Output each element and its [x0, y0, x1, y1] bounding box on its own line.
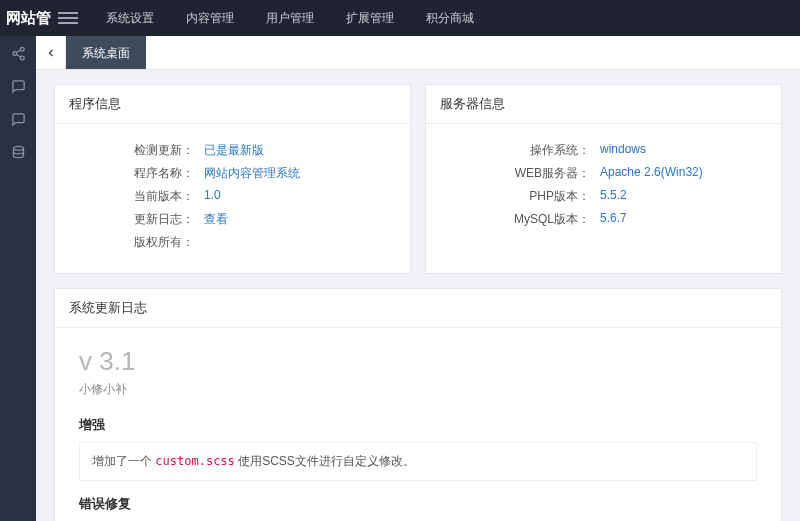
topnav-item-0[interactable]: 系统设置: [90, 0, 170, 36]
topnav-item-1[interactable]: 内容管理: [170, 0, 250, 36]
top-bar: 网站管 系统设置内容管理用户管理扩展管理积分商城: [0, 0, 800, 36]
top-nav: 系统设置内容管理用户管理扩展管理积分商城: [90, 0, 490, 36]
topnav-item-3[interactable]: 扩展管理: [330, 0, 410, 36]
logo: 网站管: [0, 9, 56, 28]
hamburger-icon[interactable]: [58, 12, 78, 24]
topnav-item-4[interactable]: 积分商城: [410, 0, 490, 36]
topnav-item-2[interactable]: 用户管理: [250, 0, 330, 36]
